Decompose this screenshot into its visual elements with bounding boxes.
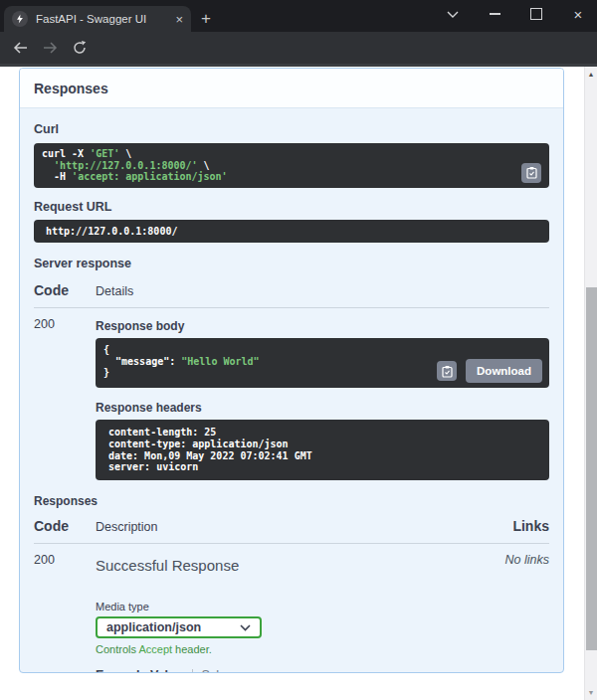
code-column-header: Code [34,282,96,298]
response-headers-text: content-length: 25 content-type: applica… [108,427,536,473]
page-top-strip [0,64,597,67]
tab-example-value[interactable]: Example Value [96,668,183,673]
tab-search-chevron-icon[interactable] [436,0,470,28]
responses-row: 200 Successful Response Media type appli… [34,544,549,673]
response-body-label: Response body [96,319,549,333]
window-minimize-button[interactable] [478,0,511,28]
server-response-row: 200 Response body { "message": "Hello Wo… [34,308,549,480]
chevron-down-icon [240,624,251,631]
scrollbar-up-icon[interactable]: ▲ [585,71,597,78]
responses-section-title: Responses [34,81,108,96]
response-headers-label: Response headers [96,401,549,415]
request-url-label: Request URL [34,200,549,214]
reload-button[interactable] [68,36,92,60]
media-type-control: Media type application/json Controls Acc… [96,601,505,655]
links-column-header: Links [512,518,549,534]
links-cell: No links [505,544,549,673]
tab-divider [192,669,193,673]
tab-close-icon[interactable]: × [175,13,183,26]
details-column-header: Details [96,284,133,298]
page-content: Responses Curl curl -X 'GET' \ 'http://1… [0,64,597,700]
copy-to-clipboard-icon[interactable] [521,163,541,183]
description-column-header: Description [96,520,158,534]
response-headers-block: content-length: 25 content-type: applica… [96,420,549,480]
response-code: 200 [34,544,96,673]
curl-label: Curl [34,122,549,136]
tab-schema[interactable]: Schema [202,668,248,673]
response-description: Successful Response [96,557,505,574]
server-response-table-header: Code Details [34,282,549,308]
browser-titlebar: FastAPI - Swagger UI × + × [0,0,597,32]
window-close-button[interactable]: × [561,0,595,28]
response-body-block: { "message": "Hello World" } Download [96,338,549,388]
browser-toolbar: i 127.0.0.1:8000/docs#/default ☆ Incogni… [0,32,597,64]
request-url-value: http://127.0.0.1:8000/ [46,226,537,238]
tab-title: FastAPI - Swagger UI [36,13,169,25]
code-column-header: Code [34,518,96,534]
back-button[interactable] [8,36,32,60]
request-url-block: http://127.0.0.1:8000/ [34,220,549,244]
responses-section-header: Responses [20,69,563,108]
scrollbar-thumb[interactable] [586,287,597,650]
media-type-hint: Controls Accept header. [96,643,505,655]
browser-tab[interactable]: FastAPI - Swagger UI × [4,6,191,32]
scrollbar-down-icon[interactable]: ▼ [585,689,597,696]
window-maximize-button[interactable] [519,0,553,28]
media-type-select[interactable]: application/json [96,616,262,638]
download-button[interactable]: Download [466,359,542,383]
media-type-label: Media type [96,601,505,612]
swagger-opblock: Responses Curl curl -X 'GET' \ 'http://1… [19,68,564,673]
page-scrollbar[interactable]: ▲ ▼ [584,67,597,700]
opblock-body: Curl curl -X 'GET' \ 'http://127.0.0.1:8… [20,108,563,673]
server-response-title: Server response [34,257,549,270]
copy-response-icon[interactable] [437,361,457,381]
response-status-code: 200 [34,308,96,480]
forward-button[interactable] [38,36,62,60]
fastapi-favicon-icon [12,11,28,27]
media-type-value: application/json [106,620,201,634]
responses-table-title: Responses [34,494,549,508]
model-tabs: Example Value Schema [96,668,505,673]
responses-table-header: Code Description Links [34,518,549,544]
new-tab-button[interactable]: + [201,10,211,27]
curl-code-block: curl -X 'GET' \ 'http://127.0.0.1:8000/'… [34,143,549,188]
curl-command: curl -X 'GET' \ 'http://127.0.0.1:8000/'… [42,148,541,183]
